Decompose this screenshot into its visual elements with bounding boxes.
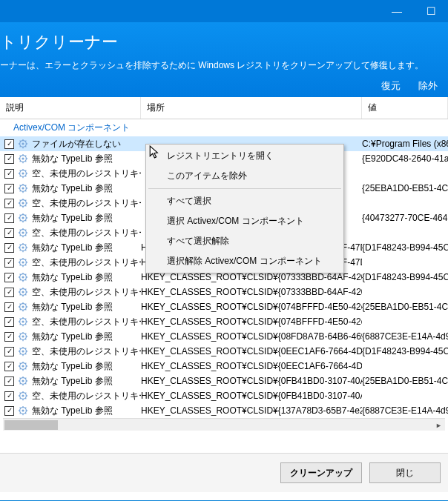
svg-line-76 [20,245,21,245]
exclude-link[interactable]: 除外 [418,79,438,93]
group-header[interactable]: Activex/COM コンポーネント [0,119,448,136]
svg-line-187 [25,413,26,414]
table-row[interactable]: 空、未使用のレジストリキーHKEY_CLASSES_ROOT¥CLSID¥{07… [0,285,448,299]
row-checkbox[interactable] [4,406,14,416]
svg-line-38 [20,190,21,191]
svg-line-169 [25,378,26,379]
row-checkbox[interactable] [4,213,14,223]
svg-line-188 [20,413,21,414]
table-row[interactable]: 空、未使用のレジストリキーHKEY_CLASSES_ROOT¥CLSID¥{0F… [0,388,448,403]
table-row[interactable]: 無効な TypeLib 参照HKEY_CLASSES_ROOT¥CLSID¥{0… [0,374,448,388]
row-description: 無効な TypeLib 参照 [32,375,113,388]
ctx-select-all[interactable]: すべて選択 [148,191,342,211]
svg-line-39 [25,185,26,186]
table-row[interactable]: 無効な TypeLib 参照HKEY_CLASSES_ROOT¥CLSID¥{0… [0,299,448,314]
row-checkbox[interactable] [4,391,14,401]
ctx-deselect-all[interactable]: すべて選択解除 [148,231,342,251]
svg-point-111 [22,305,24,308]
scroll-thumb[interactable] [4,420,58,430]
ctx-exclude-item[interactable]: このアイテムを除外 [148,166,342,186]
minimize-button[interactable]: — [380,0,414,22]
svg-line-67 [25,235,26,236]
row-checkbox[interactable] [4,169,14,179]
svg-line-46 [20,200,21,201]
svg-line-129 [25,319,26,319]
row-checkbox[interactable] [4,362,14,371]
row-description: 無効な TypeLib 参照 [32,153,113,165]
row-description: 空、未使用のレジストリキー [32,256,141,269]
gear-icon [17,390,29,402]
col-location[interactable]: 場所 [141,97,362,119]
gear-icon [17,256,29,268]
svg-line-79 [25,245,26,245]
close-button[interactable]: 閉じ [369,462,441,483]
table-row[interactable]: 無効な TypeLib 参照HKEY_CLASSES_ROOT¥CLSID¥{1… [0,403,448,418]
row-checkbox[interactable] [4,347,14,356]
row-description: 無効な TypeLib 参照 [32,405,113,417]
row-checkbox[interactable] [4,228,14,238]
row-value: {6887CE3E-E14A-4d9 [362,331,448,342]
svg-point-151 [22,365,24,367]
table-row[interactable]: 空、未使用のレジストリキーHKEY_CLASSES_ROOT¥CLSID¥{07… [0,314,448,329]
svg-line-48 [20,205,21,206]
row-value: C:¥Program Files (x86 [362,139,448,149]
gear-icon [17,167,29,179]
row-location: HKEY_CLASSES_ROOT¥CLSID¥{0FB41BD0-3107-4… [141,391,362,401]
svg-line-29 [25,170,26,171]
restore-link[interactable]: 復元 [381,79,401,93]
col-description[interactable]: 説明 [0,97,141,119]
gear-icon [17,212,29,224]
row-checkbox[interactable] [4,273,14,282]
row-checkbox[interactable] [4,332,14,342]
row-description: 空、未使用のレジストリキー [32,227,141,239]
svg-line-59 [25,215,26,216]
context-menu: レジストリエントリを開く このアイテムを除外 すべて選択 選択 Activex/… [145,144,344,273]
svg-line-116 [20,304,21,305]
row-checkbox[interactable] [4,184,14,193]
scroll-right-arrow-icon[interactable]: ► [432,419,445,431]
svg-line-179 [25,393,26,394]
gear-icon [17,153,29,165]
row-checkbox[interactable] [4,376,14,386]
footer: クリーンアップ 閉じ [0,453,448,492]
table-row[interactable]: 無効な TypeLib 参照HKEY_CLASSES_ROOT¥CLSID¥{0… [0,329,448,344]
gear-icon [17,301,29,313]
row-description: 空、未使用のレジストリキー [32,316,141,328]
row-checkbox[interactable] [4,288,14,297]
row-value: {E920DC48-2640-41a [362,153,448,164]
ctx-select-group[interactable]: 選択 Activex/COM コンポーネント [148,211,342,231]
row-checkbox[interactable] [4,154,14,164]
svg-line-119 [25,304,26,305]
row-checkbox[interactable] [4,302,14,312]
row-checkbox[interactable] [4,317,14,327]
col-value[interactable]: 値 [362,97,448,119]
maximize-button[interactable]: ☐ [414,0,448,22]
row-location: HKEY_CLASSES_ROOT¥CLSID¥{08FD8A7B-64B6-4… [141,331,362,342]
svg-line-36 [20,185,21,186]
svg-line-56 [20,215,21,216]
column-headers: 説明 場所 値 [0,97,448,119]
row-value: {25EBA1D0-EB51-4CB [362,376,448,386]
table-row[interactable]: 空、未使用のレジストリキーHKEY_CLASSES_ROOT¥CLSID¥{0E… [0,344,448,359]
ctx-open-entry[interactable]: レジストリエントリを開く [148,146,342,166]
svg-point-181 [22,409,24,411]
svg-line-157 [25,368,26,369]
horizontal-scrollbar[interactable]: ◄ ► [3,418,445,431]
ctx-deselect-group[interactable]: 選択解除 Activex/COM コンポーネント [148,251,342,271]
svg-line-107 [25,294,26,295]
row-checkbox[interactable] [4,258,14,268]
svg-point-161 [22,379,24,382]
row-checkbox[interactable] [4,139,14,149]
gear-icon [17,331,29,342]
gear-icon [17,405,29,417]
svg-line-189 [25,408,26,408]
row-checkbox[interactable] [4,199,14,208]
table-row[interactable]: 無効な TypeLib 参照HKEY_CLASSES_ROOT¥CLSID¥{0… [0,359,448,374]
svg-line-9 [25,141,26,142]
svg-line-66 [20,230,21,230]
gear-icon [17,271,29,283]
svg-line-168 [20,383,21,384]
svg-line-137 [25,339,26,339]
cleanup-button[interactable]: クリーンアップ [280,462,362,483]
row-checkbox[interactable] [4,243,14,253]
